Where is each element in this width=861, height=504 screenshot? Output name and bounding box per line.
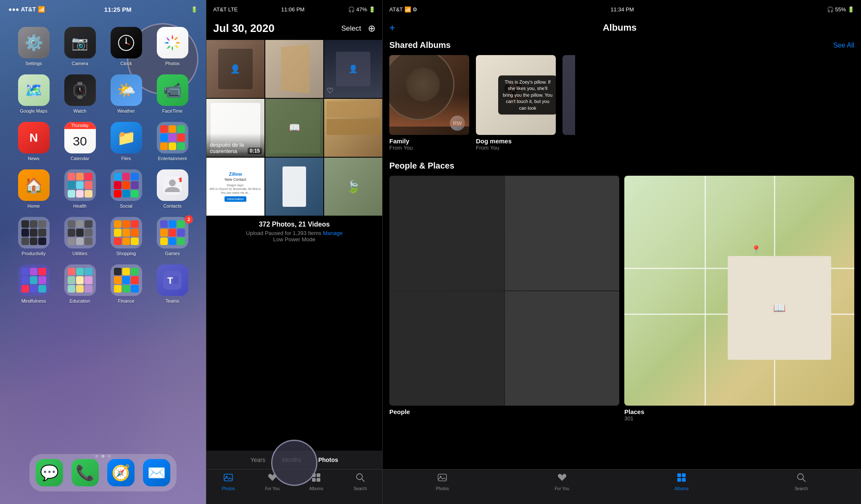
messages-dock-icon[interactable]: 💬 [36,459,63,486]
tab-albums-s2[interactable]: Albums [294,473,338,491]
app-utilities[interactable]: Utilities [61,217,99,256]
camera-icon[interactable]: 📷 [64,27,96,58]
shopping-folder-icon[interactable] [111,217,142,248]
app-clock[interactable]: Clock [107,27,145,66]
app-entertainment[interactable]: Entertainment [153,122,191,161]
mindfulness-folder-icon[interactable] [18,264,50,296]
photo-cell-9[interactable]: 🍃 [324,158,382,216]
app-education[interactable]: Education [61,264,99,303]
app-productivity[interactable]: Productivity [15,217,53,256]
dock: 💬 📞 🧭 ✉️ [29,454,177,491]
games-folder-icon[interactable] [157,217,188,248]
productivity-folder-icon[interactable] [18,217,50,248]
app-teams[interactable]: T Teams [153,264,191,303]
select-button[interactable]: Select [341,24,361,33]
tab-foryou-s2[interactable]: For You [251,473,295,491]
app-camera[interactable]: 📷 Camera [61,27,99,66]
dock-messages[interactable]: 💬 [36,459,63,486]
app-photos[interactable]: Photos [153,27,191,66]
app-mindfulness[interactable]: Mindfulness [15,264,53,303]
contacts-icon[interactable]: ☎ [157,169,188,201]
safari-dock-icon[interactable]: 🧭 [107,459,135,486]
svg-rect-28 [677,478,681,482]
photo-cell-2[interactable] [265,40,323,98]
clock-icon[interactable] [111,27,142,58]
tab-photos-s3[interactable]: Photos [383,473,502,491]
watch-icon[interactable] [64,74,96,106]
family-album-card[interactable]: RW Family From You [389,55,469,151]
dock-phone[interactable]: 📞 [71,459,99,486]
weather-icon[interactable]: 🌤️ [111,74,142,106]
photos-tab[interactable]: Photos [310,454,346,466]
app-settings[interactable]: ⚙️ Settings [15,27,53,66]
people-album-card[interactable]: People [389,176,619,422]
manage-link[interactable]: Manage [323,230,343,236]
utilities-folder-icon[interactable] [64,217,96,248]
years-tab[interactable]: Years [242,454,274,466]
add-album-button[interactable]: + [389,22,395,34]
dock-safari[interactable]: 🧭 [107,459,135,486]
search-tab-icon-s2 [356,473,365,485]
home-screen: ●●● AT&T 📶 11:25 PM 🔋 ⚙️ Settings 📷 Came… [0,0,206,504]
finance-folder-icon[interactable] [111,264,142,296]
settings-icon[interactable]: ⚙️ [18,27,50,58]
education-folder-icon[interactable] [64,264,96,296]
dock-mail[interactable]: ✉️ [143,459,170,486]
files-icon[interactable]: 📁 [111,122,142,153]
places-album-card[interactable]: 📍 📖 Places 301 [624,176,854,422]
home-icon[interactable]: 🏠 [18,169,50,201]
third-album-card[interactable]: 🖼️ [563,55,575,151]
app-watch[interactable]: Watch [61,74,99,113]
tab-foryou-s3[interactable]: For You [502,473,622,491]
mail-dock-icon[interactable]: ✉️ [143,459,170,486]
svg-point-12 [169,179,176,186]
facetime-icon[interactable]: 📹 [157,74,188,106]
app-facetime[interactable]: 📹 FaceTime [153,74,191,113]
entertainment-folder-icon[interactable] [157,122,188,153]
app-home[interactable]: 🏠 Home [15,169,53,208]
dog-memes-album-card[interactable]: 🐕 This is Zoey's pillow. If she likes yo… [476,55,556,151]
foryou-tab-label-s3: For You [555,486,569,491]
app-finance[interactable]: Finance [107,264,145,303]
tab-photos-s2[interactable]: Photos [206,473,251,491]
battery-icon-s2: 🔋 [369,6,375,13]
photos-icon[interactable] [157,27,188,58]
svg-point-4 [169,40,176,46]
maps-icon[interactable]: 🗺️ [18,74,50,106]
svg-rect-27 [682,473,686,477]
places-count: 301 [624,415,854,422]
photo-cell-1[interactable]: 👤 [206,40,264,98]
tab-search-s3[interactable]: Search [742,473,861,491]
tab-search-s2[interactable]: Search [338,473,383,491]
app-news[interactable]: N News [15,122,53,161]
app-social[interactable]: Social [107,169,145,208]
app-files[interactable]: 📁 Files [107,122,145,161]
app-shopping[interactable]: Shopping [107,217,145,256]
wifi-icon: 📶 [38,6,45,13]
photo-cell-4[interactable]: después de la cuarentena 0:15 [206,99,264,157]
months-tab[interactable]: Months [274,454,310,466]
app-games[interactable]: 2 Games [153,217,191,256]
phone-dock-icon[interactable]: 📞 [71,459,99,486]
photo-cell-7[interactable]: Zillow New Contact Dragon says:655 in Ch… [206,158,264,216]
app-calendar[interactable]: Thursday 30 Calendar [61,122,99,161]
app-contacts[interactable]: ☎ Contacts [153,169,191,208]
app-google-maps[interactable]: 🗺️ Google Maps [15,74,53,113]
see-all-button[interactable]: See All [833,42,854,49]
app-health[interactable]: Health [61,169,99,208]
social-folder-icon[interactable] [111,169,142,201]
app-weather[interactable]: 🌤️ Weather [107,74,145,113]
health-folder-icon[interactable] [64,169,96,201]
add-photos-button[interactable]: ⊕ [368,23,375,34]
tab-albums-s3[interactable]: Albums [622,473,742,491]
calendar-icon[interactable]: Thursday 30 [64,122,96,153]
teams-icon[interactable]: T [157,264,188,296]
photo-cell-5[interactable]: 📖 [265,99,323,157]
news-icon[interactable]: N [18,122,50,153]
photo-cell-8[interactable] [265,158,323,216]
files-label: Files [121,156,131,161]
upload-status: Upload Paused for 1,393 Items Manage [213,230,375,236]
photo-cell-3[interactable]: 👤 ♡ [324,40,382,98]
photo-grid: 👤 👤 ♡ después de la cuarentena 0:15 [206,40,382,216]
photo-cell-6[interactable] [324,99,382,157]
